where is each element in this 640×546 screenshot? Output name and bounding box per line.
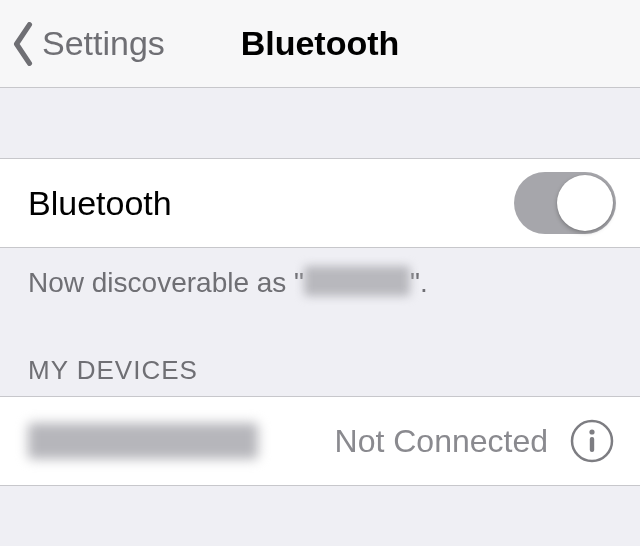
- svg-rect-2: [590, 437, 594, 452]
- device-status: Not Connected: [335, 423, 548, 460]
- device-name-redacted: [28, 423, 258, 459]
- switch-knob: [557, 175, 613, 231]
- my-devices-group: Not Connected: [0, 396, 640, 486]
- back-label: Settings: [42, 24, 165, 63]
- bluetooth-toggle-group: Bluetooth: [0, 158, 640, 248]
- discoverable-prefix: Now discoverable as ": [28, 267, 304, 298]
- spacer: [0, 88, 640, 158]
- discoverable-note: Now discoverable as "".: [0, 248, 640, 299]
- bluetooth-switch[interactable]: [514, 172, 616, 234]
- bluetooth-toggle-label: Bluetooth: [28, 184, 514, 223]
- device-row[interactable]: Not Connected: [0, 397, 640, 485]
- device-own-name-redacted: [304, 266, 410, 296]
- svg-point-1: [589, 429, 594, 434]
- my-devices-header: MY DEVICES: [0, 299, 640, 396]
- info-icon: [570, 419, 614, 463]
- back-button[interactable]: Settings: [0, 0, 165, 87]
- device-info-button[interactable]: [568, 417, 616, 465]
- bluetooth-toggle-row: Bluetooth: [0, 159, 640, 247]
- nav-bar: Settings Bluetooth: [0, 0, 640, 88]
- chevron-left-icon: [10, 22, 36, 66]
- discoverable-suffix: ".: [410, 267, 428, 298]
